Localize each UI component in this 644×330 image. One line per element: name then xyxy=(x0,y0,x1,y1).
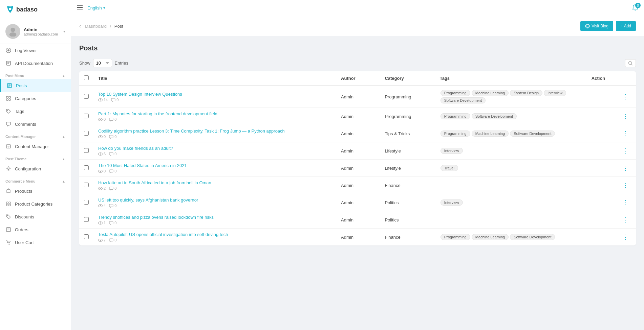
product-categories-icon xyxy=(5,201,12,207)
commerce-menu-section: Commerce Menu ▲ xyxy=(0,176,71,185)
select-all-checkbox[interactable] xyxy=(84,75,89,80)
row-checkbox[interactable] xyxy=(84,234,89,239)
post-action-menu-button[interactable]: ⋮ xyxy=(620,146,631,156)
post-tags-cell xyxy=(435,177,587,194)
post-title[interactable]: Codility algorithm practice Lesson 3: Ti… xyxy=(98,128,331,134)
svg-rect-13 xyxy=(9,96,10,98)
tag-badge[interactable]: Software Development xyxy=(472,113,517,119)
post-menu-chevron-icon[interactable]: ▲ xyxy=(62,74,65,78)
language-selector[interactable]: English ▾ xyxy=(87,5,105,10)
post-category: Finance xyxy=(380,177,435,194)
row-checkbox[interactable] xyxy=(84,94,89,99)
post-action-menu-button[interactable]: ⋮ xyxy=(620,92,631,101)
post-author: Admin xyxy=(336,160,380,177)
post-title[interactable]: US left too quickly, says Afghanistan ba… xyxy=(98,197,331,203)
svg-rect-17 xyxy=(6,122,10,125)
post-action-menu-button[interactable]: ⋮ xyxy=(620,232,631,242)
tag-badge[interactable]: Programming xyxy=(441,113,470,119)
sidebar-item-api-documentation[interactable]: API Documentation xyxy=(0,57,71,70)
post-action-menu-button[interactable]: ⋮ xyxy=(620,163,631,173)
sidebar-item-log-viewer[interactable]: Log Viewer xyxy=(0,44,71,57)
sidebar-item-content-manager[interactable]: Content Manager xyxy=(0,140,71,153)
breadcrumb-back-button[interactable]: ‹ xyxy=(79,23,81,29)
post-action-menu-button[interactable]: ⋮ xyxy=(620,112,631,121)
post-title[interactable]: Top 10 System Design Interview Questions xyxy=(98,92,331,97)
post-title-cell: Part 1: My notes for starting in the fro… xyxy=(93,108,336,125)
tag-badge[interactable]: Interview xyxy=(441,199,463,206)
post-title[interactable]: How latte art in South Africa led to a j… xyxy=(98,180,331,185)
sidebar-item-posts[interactable]: Posts xyxy=(0,79,71,92)
views-icon xyxy=(98,118,103,121)
tag-badge[interactable]: Software Development xyxy=(510,131,555,137)
entries-select[interactable]: 10 25 50 100 xyxy=(93,59,112,67)
posts-container: Posts Show 10 25 50 100 Entries xyxy=(71,36,644,254)
tag-badge[interactable]: Software Development xyxy=(441,97,486,103)
post-title[interactable]: Tesla Autopilot: US opens official inves… xyxy=(98,232,331,237)
row-checkbox[interactable] xyxy=(84,183,89,187)
sidebar-item-categories[interactable]: Categories xyxy=(0,92,71,105)
commerce-menu-chevron-icon[interactable]: ▲ xyxy=(62,180,65,183)
visit-blog-label: Visit Blog xyxy=(592,24,608,28)
sidebar-item-orders[interactable]: Orders xyxy=(0,223,71,236)
tag-badge[interactable]: Programming xyxy=(441,234,470,240)
table-row: Codility algorithm practice Lesson 3: Ti… xyxy=(79,125,636,142)
content-manager-chevron-icon[interactable]: ▲ xyxy=(62,135,65,139)
sidebar-item-products[interactable]: Products xyxy=(0,185,71,197)
main-wrapper: English ▾ 0 ‹ Dashboard / Post xyxy=(71,0,644,330)
tag-badge[interactable]: Machine Learning xyxy=(472,131,509,137)
user-profile-chevron-icon: ▾ xyxy=(63,29,65,34)
tag-badge[interactable]: Software Development xyxy=(510,234,555,240)
notification-bell-button[interactable]: 0 xyxy=(632,4,639,12)
log-viewer-icon xyxy=(5,47,12,53)
row-checkbox[interactable] xyxy=(84,148,89,153)
post-category: Politics xyxy=(380,211,435,229)
sidebar-item-configuration[interactable]: Configuration xyxy=(0,162,71,175)
tag-badge[interactable]: System Design xyxy=(510,90,542,96)
post-title[interactable]: Trendy shoffices and pizza ovens raised … xyxy=(98,215,331,220)
post-action-menu-button[interactable]: ⋮ xyxy=(620,198,631,207)
row-checkbox[interactable] xyxy=(84,217,89,222)
post-title[interactable]: The 10 Most Hated States in America in 2… xyxy=(98,163,331,168)
breadcrumb-bar: ‹ Dashboard / Post Visit Blog + Add xyxy=(71,16,644,36)
post-views: 0 xyxy=(98,169,106,173)
svg-point-1 xyxy=(10,28,15,32)
tag-badge[interactable]: Machine Learning xyxy=(472,234,509,240)
row-checkbox[interactable] xyxy=(84,165,89,170)
svg-point-4 xyxy=(7,49,9,51)
post-action-menu-button[interactable]: ⋮ xyxy=(620,129,631,138)
post-action-menu-button[interactable]: ⋮ xyxy=(620,181,631,190)
products-icon xyxy=(5,188,12,194)
comments-icon xyxy=(5,121,12,127)
post-comments: 0 xyxy=(109,186,116,190)
tag-badge[interactable]: Travel xyxy=(441,165,458,171)
sidebar-item-tags[interactable]: Tags xyxy=(0,105,71,118)
post-author: Admin xyxy=(336,211,380,229)
table-controls: Show 10 25 50 100 Entries xyxy=(79,59,636,67)
tag-badge[interactable]: Interview xyxy=(441,148,463,154)
post-title-cell: How do you make friends as an adult? 6 0 xyxy=(93,142,336,160)
sidebar-item-comments[interactable]: Comments xyxy=(0,118,71,131)
sidebar-item-user-cart[interactable]: User Cart xyxy=(0,236,71,249)
svg-rect-15 xyxy=(9,99,10,100)
row-checkbox[interactable] xyxy=(84,114,89,118)
post-action-menu-button[interactable]: ⋮ xyxy=(620,215,631,225)
tag-badge[interactable]: Programming xyxy=(441,131,470,137)
tag-badge[interactable]: Programming xyxy=(441,90,470,96)
sidebar-item-discounts[interactable]: Discounts xyxy=(0,210,71,223)
content-manager-label: Content Manager xyxy=(5,135,36,139)
hamburger-button[interactable] xyxy=(77,4,83,12)
tag-badge[interactable]: Machine Learning xyxy=(472,90,509,96)
row-checkbox[interactable] xyxy=(84,131,89,136)
svg-point-0 xyxy=(9,8,12,10)
post-theme-chevron-icon[interactable]: ▲ xyxy=(62,157,65,161)
add-button[interactable]: + Add xyxy=(616,21,636,31)
row-checkbox[interactable] xyxy=(84,200,89,205)
visit-blog-button[interactable]: Visit Blog xyxy=(580,21,613,31)
breadcrumb-home[interactable]: Dashboard xyxy=(85,24,107,29)
post-title[interactable]: Part 1: My notes for starting in the fro… xyxy=(98,111,331,116)
tag-badge[interactable]: Interview xyxy=(544,90,566,96)
user-profile-section[interactable]: Admin admin@badaso.com ▾ xyxy=(0,19,71,44)
svg-rect-22 xyxy=(7,190,10,193)
post-title[interactable]: How do you make friends as an adult? xyxy=(98,146,331,151)
sidebar-item-product-categories[interactable]: Product Categories xyxy=(0,197,71,210)
